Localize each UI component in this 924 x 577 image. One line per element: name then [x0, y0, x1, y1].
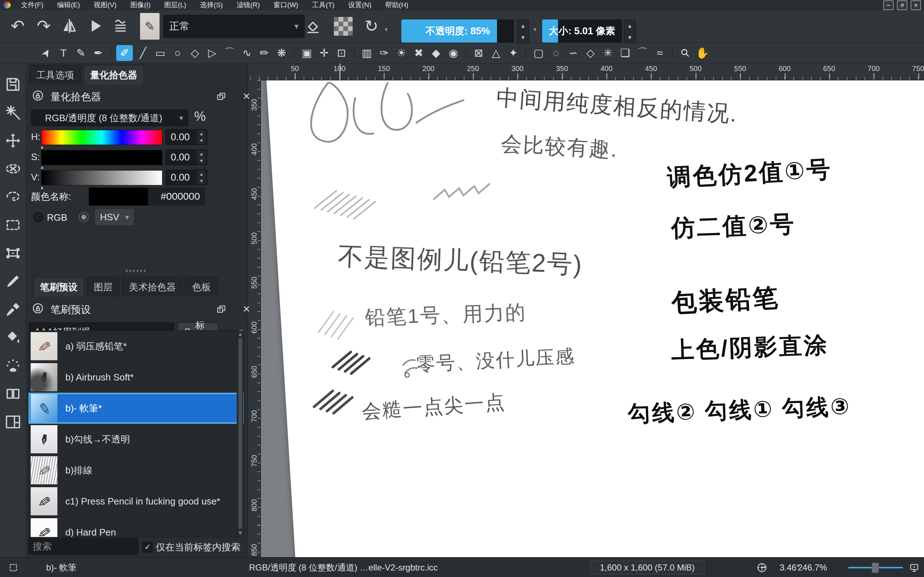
brush-preset-row[interactable]: b) Airbrush Soft*: [29, 362, 244, 393]
menu-item[interactable]: 帮助(H): [380, 0, 413, 10]
split-view-button[interactable]: [3, 385, 23, 404]
docker-tab[interactable]: 色板: [185, 277, 218, 297]
rectangle-tool[interactable]: ▭: [153, 45, 168, 61]
color-sampler-tool[interactable]: ✑: [377, 45, 391, 61]
similar-select-tool[interactable]: ❏: [618, 45, 632, 61]
float-docker-button[interactable]: [216, 91, 227, 102]
bezier-select-tool[interactable]: ⌒: [635, 45, 650, 61]
gradient-tool[interactable]: ▥: [360, 45, 374, 61]
channel-slider[interactable]: [41, 170, 162, 185]
blend-mode-select[interactable]: 正常 ▾: [163, 15, 305, 38]
canvas-viewport[interactable]: 中间用纯度相反的情况.会比较有趣.调色仿2值①号仿二值②号不是图例儿(铅笔2号)…: [261, 80, 924, 557]
color-hex-field[interactable]: #000000: [148, 187, 205, 206]
docker-drag-handle[interactable]: [126, 270, 148, 272]
colorspace-status[interactable]: RGB/透明度 (8 位整数/通道) …elle-V2-srgbtrc.icc: [249, 558, 438, 577]
brush-preset-row[interactable]: d) Hard Pen: [29, 517, 244, 537]
dynamic-brush-tool[interactable]: ✏: [257, 45, 271, 61]
polygon-tool[interactable]: ◇: [188, 45, 202, 61]
hsv-radio[interactable]: [79, 212, 89, 222]
minimize-button[interactable]: [883, 0, 894, 10]
freehand-path-tool[interactable]: ∿: [240, 45, 254, 61]
colorspace-select[interactable]: RGB/透明度 (8 位整数/通道) ▾: [31, 110, 188, 126]
transform-tool[interactable]: ▣: [300, 45, 314, 61]
brush-preset-row[interactable]: c1) Press Pencil in fucking good use*: [29, 486, 244, 517]
flip-vertical-button[interactable]: [86, 16, 107, 36]
text-tool[interactable]: T: [56, 45, 71, 61]
search-input[interactable]: [28, 538, 139, 554]
docker-tab[interactable]: 图层: [87, 277, 120, 297]
smart-patch-tool[interactable]: ✖: [412, 45, 426, 61]
undo-button[interactable]: ↶: [7, 16, 28, 36]
assistants-tool[interactable]: ⊠: [472, 45, 486, 61]
calligraphy-tool[interactable]: ✒: [91, 45, 105, 61]
scrollbar-thumb[interactable]: [239, 338, 242, 529]
bezier-curve-tool[interactable]: ⌒: [222, 45, 237, 61]
preset-list-scrollbar[interactable]: ▲ ▼: [237, 330, 243, 537]
fill-tool[interactable]: ◆: [429, 45, 443, 61]
shape-select-tool[interactable]: ➤: [39, 45, 53, 61]
channel-spinner[interactable]: ▲▼: [197, 130, 206, 144]
current-color-swatch[interactable]: [89, 187, 148, 206]
menu-item[interactable]: 图层(L): [159, 0, 191, 10]
line-tool[interactable]: ╱: [136, 45, 150, 61]
ellipse-select-tool[interactable]: ◌: [549, 45, 563, 61]
rect-select-button[interactable]: [3, 216, 23, 235]
zoom-slider-handle[interactable]: [872, 562, 879, 573]
fit-to-screen-button[interactable]: [909, 558, 920, 577]
docker-tab[interactable]: 笔刷预设: [33, 277, 84, 297]
wand-button[interactable]: [3, 104, 23, 122]
save-button[interactable]: [3, 76, 23, 95]
scroll-up-icon[interactable]: ▲: [238, 331, 242, 337]
channel-spinner[interactable]: ▲▼: [197, 150, 206, 164]
wrap-around-mode-button[interactable]: [110, 16, 131, 36]
crop-tool[interactable]: ⊡: [334, 45, 349, 61]
opacity-slider[interactable]: 不透明度: 85%: [401, 19, 514, 43]
polyline-tool[interactable]: ▷: [205, 45, 220, 61]
brush-size-slider[interactable]: 大小: 5.01 像素: [542, 19, 622, 43]
brush-preview-thumbnail[interactable]: ✎: [140, 13, 160, 40]
contiguous-select-tool[interactable]: ✳: [601, 45, 615, 61]
ellipse-select-button[interactable]: [3, 160, 23, 179]
preserve-alpha-button[interactable]: [334, 17, 353, 36]
channel-value[interactable]: 0.00 ▲▼: [165, 169, 207, 185]
close-button[interactable]: [911, 0, 921, 10]
docker-tab[interactable]: 工具选项: [30, 65, 81, 85]
rgb-radio[interactable]: [33, 212, 43, 222]
horizontal-ruler[interactable]: 5010015020025030035040045050055060065070…: [247, 63, 924, 81]
canvas-rotation-dial[interactable]: [756, 558, 767, 577]
airbrush-button[interactable]: [3, 357, 23, 376]
reference-images-tool[interactable]: ✦: [506, 45, 520, 61]
maximize-button[interactable]: [897, 0, 908, 10]
channel-spinner[interactable]: ▲▼: [197, 171, 206, 184]
vertical-ruler[interactable]: 350400450500550600650700750800850: [247, 80, 261, 557]
multibrush-tool[interactable]: ❋: [274, 45, 289, 61]
menu-item[interactable]: 编辑(E): [52, 0, 85, 10]
brush-button[interactable]: [3, 272, 23, 292]
brush-preset-row[interactable]: a) 弱压感铅笔*: [29, 331, 244, 362]
redo-button[interactable]: ↷: [33, 16, 54, 36]
menu-item[interactable]: 图像(I): [125, 0, 155, 10]
menu-item[interactable]: 选择(S): [195, 0, 228, 10]
brush-preset-row[interactable]: b)勾线→不透明: [29, 424, 244, 455]
menu-item[interactable]: 设置(N): [343, 0, 376, 10]
opacity-spinner[interactable]: ▲▼: [517, 19, 529, 43]
transform-button[interactable]: [3, 245, 23, 263]
close-docker-button[interactable]: ✕: [241, 304, 252, 314]
workspace-button[interactable]: [3, 413, 23, 432]
enclose-fill-tool[interactable]: ◉: [446, 45, 460, 61]
lasso-select-button[interactable]: [3, 188, 23, 207]
close-docker-button[interactable]: ✕: [241, 91, 252, 102]
polygonal-select-tool[interactable]: ◇: [583, 45, 598, 61]
move-tool[interactable]: ✛: [317, 45, 331, 61]
chevron-down-icon[interactable]: ▾: [533, 26, 536, 33]
brush-preset-row[interactable]: b)排線: [29, 455, 244, 486]
menu-item[interactable]: 工具(T): [307, 0, 339, 10]
color-model-select[interactable]: HSV ▾: [95, 208, 134, 226]
move-button[interactable]: [3, 132, 23, 151]
edit-shapes-tool[interactable]: ✎: [74, 45, 88, 61]
brush-preset-row[interactable]: b)- 軟筆*: [29, 393, 244, 424]
freehand-select-tool[interactable]: ∽: [566, 45, 580, 61]
docker-tab[interactable]: 量化拾色器: [83, 65, 144, 85]
menu-item[interactable]: 文件(F): [16, 0, 48, 10]
color-sampler-button[interactable]: [3, 301, 23, 319]
